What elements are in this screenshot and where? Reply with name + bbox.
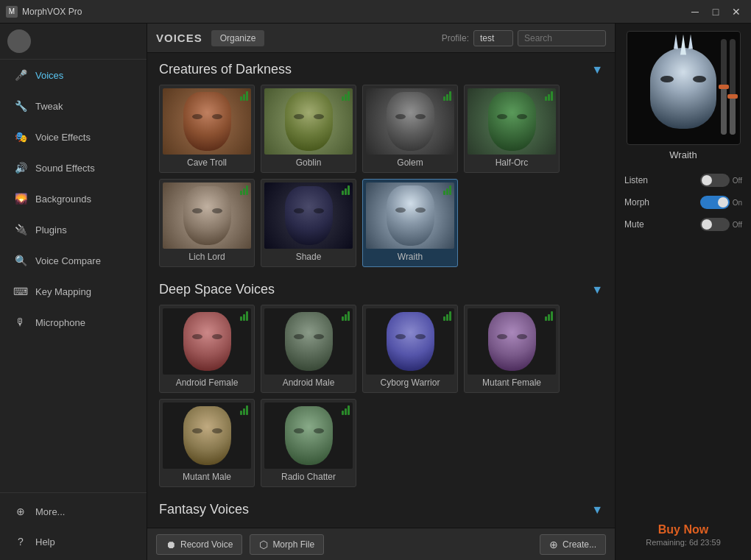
signal-bars [342,405,350,415]
profile-select[interactable]: test [473,30,513,46]
voice-card-img-goblin [264,88,353,155]
sidebar-item-label-tweak: Tweak [35,101,63,112]
voice-card-img-mutant-male [163,403,251,469]
sidebar-item-voice-effects[interactable]: 🎭 Voice Effects [3,122,144,152]
sidebar-item-label-more: More... [35,506,65,517]
sidebar: 🎤 Voices 🔧 Tweak 🎭 Voice Effects 🔊 Sound… [0,24,147,560]
morph-toggle-row: Morph On [621,191,745,213]
sidebar-item-backgrounds[interactable]: 🌄 Backgrounds [3,184,144,213]
voice-card-img-cave-troll [163,88,251,155]
signal-bars [240,185,248,195]
record-voice-button[interactable]: ⏺ Record Voice [156,534,242,555]
voice-card-android-male[interactable]: Android Male [261,305,356,393]
voice-card-img-halforc [468,88,556,155]
vert-sliders [721,39,736,137]
buy-now-section: Buy Now Remaining: 6d 23:59 [640,517,727,553]
voice-card-goblin[interactable]: Goblin [261,85,356,173]
record-icon: ⏺ [166,539,176,550]
sidebar-item-key-mapping[interactable]: ⌨ Key Mapping [3,277,144,306]
signal-bars [240,311,248,321]
voices-scroll[interactable]: Creatures of Darkness ▼ Ca [147,53,615,528]
voice-compare-icon: 🔍 [13,253,28,268]
help-icon: ? [13,534,28,549]
sidebar-item-plugins[interactable]: 🔌 Plugins [3,215,144,244]
voice-card-img-golem [366,88,454,155]
voice-card-shade[interactable]: Shade [261,179,356,267]
plugins-icon: 🔌 [13,222,28,237]
voice-card-img-shade [264,182,353,249]
listen-toggle-row: Listen Off [621,169,745,191]
voice-card-img-mutant-female [468,308,556,375]
create-button[interactable]: ⊕ Create... [540,534,606,555]
preview-box [627,31,741,145]
section-deep-space-voices: Deep Space Voices ▼ Androi [159,282,603,487]
morph-file-button[interactable]: ⬡ Morph File [250,534,324,555]
sidebar-item-help[interactable]: ? Help [3,527,144,556]
sidebar-item-label-backgrounds: Backgrounds [35,194,91,205]
mute-state: Off [733,221,742,229]
slider-thumb-1[interactable] [719,85,729,89]
sidebar-item-voice-compare[interactable]: 🔍 Voice Compare [3,246,144,275]
mute-toggle[interactable] [700,218,730,231]
key-mapping-icon: ⌨ [13,284,28,299]
morph-toggle-with-text: On [700,196,742,209]
voice-card-cave-troll[interactable]: Cave Troll [159,85,255,173]
sidebar-item-sound-effects[interactable]: 🔊 Sound Effects [3,153,144,182]
voice-card-lich-lord[interactable]: Lich Lord [159,179,255,267]
voice-card-half-orc[interactable]: Half-Orc [464,85,560,173]
listen-toggle-with-text: Off [700,174,742,187]
minimize-button[interactable]: ─ [686,4,704,19]
organize-button[interactable]: Organize [211,30,265,46]
voice-card-cyborg-warrior[interactable]: Cyborg Warrior [362,305,458,393]
morph-toggle-knob [718,197,728,208]
sidebar-top [0,24,147,60]
voice-card-label: Lich Lord [163,249,251,263]
microphone-icon: 🎙 [13,315,28,330]
voice-card-img-cyborg-warrior [366,308,454,375]
signal-bars [545,311,553,321]
voice-card-label: Golem [366,155,454,169]
sidebar-item-tweak[interactable]: 🔧 Tweak [3,91,144,121]
section-header-creatures: Creatures of Darkness ▼ [159,62,603,77]
voice-card-label: Android Male [264,375,353,389]
buy-now-button[interactable]: Buy Now [646,523,721,536]
sidebar-item-label-help: Help [35,536,55,547]
sidebar-item-microphone[interactable]: 🎙 Microphone [3,308,144,337]
search-input[interactable] [518,30,606,46]
voice-card-radio-chatter[interactable]: Radio Chatter [261,399,356,487]
morph-toggle[interactable] [700,196,730,209]
section-title-deep-space: Deep Space Voices [159,282,275,297]
voice-card-img-android-male [264,308,353,375]
sidebar-item-more[interactable]: ⊕ More... [3,497,144,526]
slider-thumb-2[interactable] [727,94,738,99]
voice-card-label: Goblin [264,155,353,169]
voice-card-label: Radio Chatter [264,469,353,483]
sidebar-item-voices[interactable]: 🎤 Voices [3,60,144,90]
mute-label: Mute [624,219,644,230]
listen-state: Off [733,177,742,185]
close-button[interactable]: ✕ [727,4,745,19]
voice-card-android-female[interactable]: Android Female [159,305,255,393]
voice-card-mutant-male[interactable]: Mutant Male [159,399,255,487]
more-icon: ⊕ [13,504,28,519]
signal-bars [342,185,350,195]
slider-track-2[interactable] [730,39,736,135]
preview-face [650,48,716,129]
backgrounds-icon: 🌄 [13,191,28,206]
signal-bars [443,185,451,195]
voice-card-golem[interactable]: Golem [362,85,458,173]
sidebar-item-label-voices: Voices [35,70,63,81]
voice-card-wraith[interactable]: Wraith [362,179,458,267]
voice-card-label: Android Female [163,375,251,389]
voice-card-label: Mutant Female [468,375,556,389]
section-collapse-arrow-deep-space[interactable]: ▼ [591,283,603,297]
maximize-button[interactable]: □ [707,4,724,19]
section-title-creatures: Creatures of Darkness [159,62,292,77]
create-icon: ⊕ [549,539,558,550]
section-collapse-arrow-creatures[interactable]: ▼ [591,63,603,77]
voice-card-mutant-female[interactable]: Mutant Female [464,305,560,393]
section-collapse-arrow-fantasy[interactable]: ▼ [591,503,603,517]
listen-toggle[interactable] [700,174,730,187]
slider-track-1[interactable] [721,39,727,135]
titlebar-left: M MorphVOX Pro [6,6,82,18]
